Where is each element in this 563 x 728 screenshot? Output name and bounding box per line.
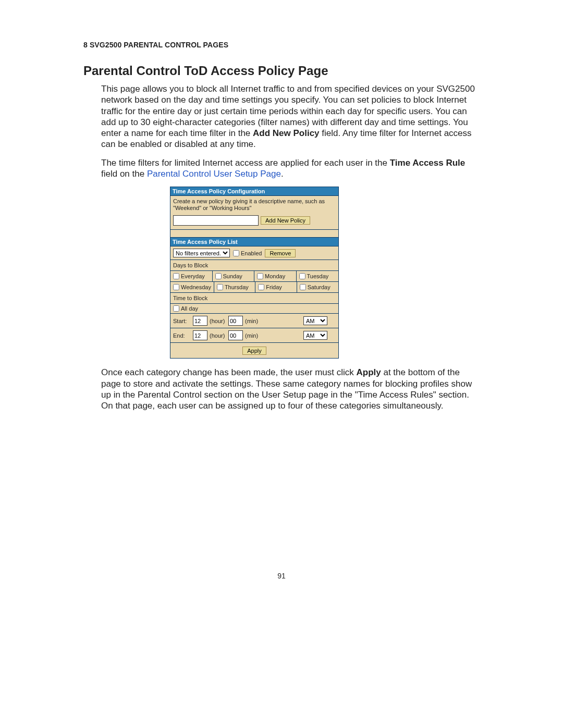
day-wednesday-label: Wednesday: [181, 284, 211, 290]
days-row-1: Everyday Sunday Monday Tuesday: [170, 271, 338, 282]
enabled-checkbox-label[interactable]: Enabled: [233, 250, 262, 256]
end-ampm-select[interactable]: AM: [303, 331, 327, 340]
day-tuesday-checkbox[interactable]: [299, 273, 305, 279]
day-sunday-checkbox[interactable]: [215, 273, 222, 279]
start-time-row: Start: (hour) (min) AM: [170, 314, 338, 328]
enabled-checkbox[interactable]: [233, 250, 239, 256]
section-header: 8 SVG2500 PARENTAL CONTROL PAGES: [83, 41, 480, 49]
policy-list-header: Time Access Policy List: [170, 238, 338, 246]
start-hour-input[interactable]: [193, 316, 207, 326]
config-instructions: Create a new policy by giving it a descr…: [170, 196, 338, 212]
day-everyday-checkbox[interactable]: [173, 273, 179, 279]
intro-paragraph-2: The time filters for limited Internet ac…: [101, 157, 480, 180]
p3-text-a: Once each category change has been made,…: [101, 367, 357, 377]
all-day-checkbox-label[interactable]: All day: [173, 305, 336, 312]
panel-spacer: [170, 230, 338, 238]
policy-list-controls: No filters entered. Enabled Remove: [170, 246, 338, 260]
p2-text-a: The time filters for limited Internet ac…: [101, 158, 390, 168]
new-policy-name-input[interactable]: [173, 215, 259, 226]
document-page: 8 SVG2500 PARENTAL CONTROL PAGES Parenta…: [0, 0, 563, 728]
day-tuesday-label: Tuesday: [307, 273, 329, 279]
enabled-label-text: Enabled: [241, 250, 262, 256]
end-hour-input[interactable]: [193, 330, 207, 340]
add-new-policy-mention: Add New Policy: [253, 128, 320, 138]
day-saturday[interactable]: Saturday: [297, 282, 338, 292]
day-thursday-label: Thursday: [225, 284, 249, 290]
end-time-row: End: (hour) (min) AM: [170, 328, 338, 343]
day-friday-checkbox[interactable]: [258, 284, 264, 290]
start-ampm-select[interactable]: AM: [303, 316, 327, 325]
day-saturday-checkbox[interactable]: [300, 284, 306, 290]
apply-button[interactable]: Apply: [242, 347, 266, 355]
time-access-config-panel: Time Access Policy Configuration Create …: [170, 187, 339, 359]
day-friday-label: Friday: [266, 284, 282, 290]
time-access-rule-mention: Time Access Rule: [390, 158, 466, 168]
day-wednesday-checkbox[interactable]: [173, 284, 179, 290]
add-new-policy-button[interactable]: Add New Policy: [261, 216, 310, 225]
all-day-label-text: All day: [181, 305, 198, 312]
p2-text-c: .: [281, 169, 284, 179]
day-sunday[interactable]: Sunday: [213, 271, 255, 281]
user-setup-page-link[interactable]: Parental Control User Setup Page: [147, 169, 281, 179]
day-monday[interactable]: Monday: [254, 271, 297, 281]
intro-paragraph-1: This page allows you to block all Intern…: [101, 83, 480, 150]
start-min-input[interactable]: [228, 316, 243, 326]
new-policy-row: Add New Policy: [170, 212, 338, 230]
days-to-block-header: Days to Block: [170, 260, 338, 271]
start-hour-unit: (hour): [210, 318, 225, 324]
time-to-block-header: Time to Block: [170, 293, 338, 304]
closing-paragraph: Once each category change has been made,…: [101, 367, 480, 411]
end-min-unit: (min): [245, 332, 258, 339]
p2-text-b: field on the: [101, 169, 147, 179]
page-title: Parental Control ToD Access Policy Page: [83, 64, 480, 78]
start-min-unit: (min): [245, 318, 258, 324]
end-min-input[interactable]: [228, 330, 243, 340]
start-label: Start:: [173, 318, 193, 324]
day-sunday-label: Sunday: [223, 273, 242, 279]
day-monday-checkbox[interactable]: [257, 273, 263, 279]
day-everyday-label: Everyday: [181, 273, 205, 279]
day-saturday-label: Saturday: [308, 284, 331, 290]
end-hour-unit: (hour): [210, 332, 225, 339]
policy-filter-select[interactable]: No filters entered.: [173, 249, 230, 257]
day-tuesday[interactable]: Tuesday: [297, 271, 339, 281]
apply-row: Apply: [170, 343, 338, 359]
page-number: 91: [0, 572, 563, 580]
all-day-row: All day: [170, 304, 338, 314]
end-label: End:: [173, 332, 193, 339]
day-wednesday[interactable]: Wednesday: [170, 282, 214, 292]
day-thursday-checkbox[interactable]: [217, 284, 223, 290]
all-day-checkbox[interactable]: [173, 305, 179, 312]
day-monday-label: Monday: [265, 273, 285, 279]
days-row-2: Wednesday Thursday Friday Saturday: [170, 282, 338, 293]
day-thursday[interactable]: Thursday: [214, 282, 255, 292]
apply-mention: Apply: [357, 367, 381, 377]
remove-policy-button[interactable]: Remove: [265, 249, 296, 257]
day-friday[interactable]: Friday: [255, 282, 297, 292]
config-panel-header: Time Access Policy Configuration: [170, 187, 338, 196]
day-everyday[interactable]: Everyday: [170, 271, 213, 281]
